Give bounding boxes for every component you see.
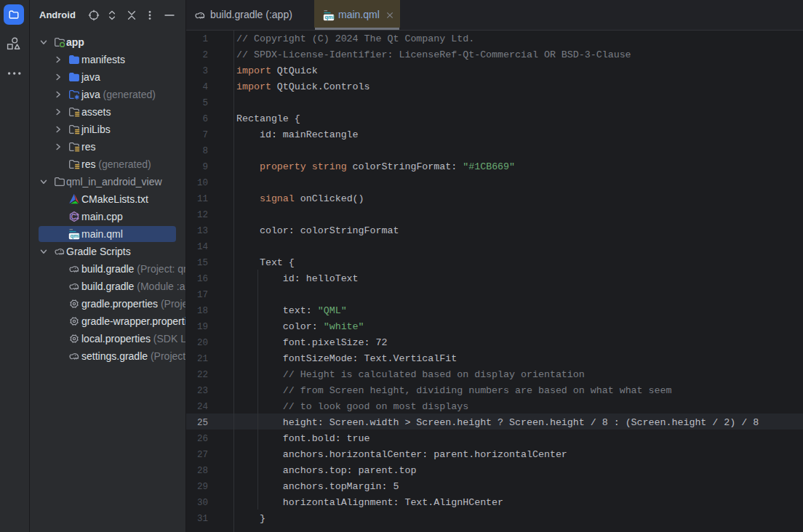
svg-text:qml: qml (70, 233, 79, 239)
svg-text:qml: qml (324, 14, 334, 20)
svg-text:+: + (76, 215, 79, 222)
